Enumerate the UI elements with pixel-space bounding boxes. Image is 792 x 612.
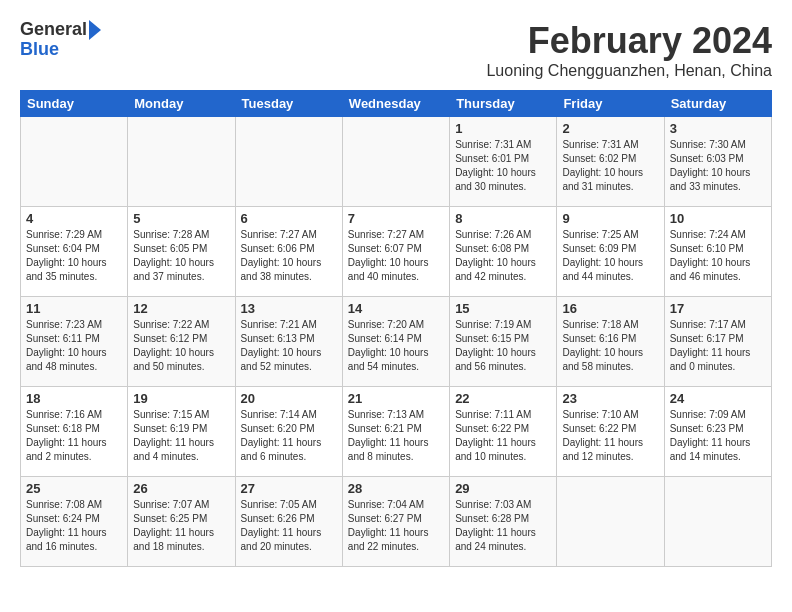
day-info: Sunrise: 7:20 AM Sunset: 6:14 PM Dayligh… [348, 318, 444, 374]
day-info: Sunrise: 7:31 AM Sunset: 6:01 PM Dayligh… [455, 138, 551, 194]
calendar-cell: 13Sunrise: 7:21 AM Sunset: 6:13 PM Dayli… [235, 297, 342, 387]
day-info: Sunrise: 7:05 AM Sunset: 6:26 PM Dayligh… [241, 498, 337, 554]
calendar-cell: 9Sunrise: 7:25 AM Sunset: 6:09 PM Daylig… [557, 207, 664, 297]
calendar-week-3: 11Sunrise: 7:23 AM Sunset: 6:11 PM Dayli… [21, 297, 772, 387]
calendar-cell: 8Sunrise: 7:26 AM Sunset: 6:08 PM Daylig… [450, 207, 557, 297]
day-info: Sunrise: 7:13 AM Sunset: 6:21 PM Dayligh… [348, 408, 444, 464]
calendar-table: SundayMondayTuesdayWednesdayThursdayFrid… [20, 90, 772, 567]
calendar-cell: 28Sunrise: 7:04 AM Sunset: 6:27 PM Dayli… [342, 477, 449, 567]
calendar-week-1: 1Sunrise: 7:31 AM Sunset: 6:01 PM Daylig… [21, 117, 772, 207]
weekday-tuesday: Tuesday [235, 91, 342, 117]
day-number: 24 [670, 391, 766, 406]
weekday-friday: Friday [557, 91, 664, 117]
calendar-cell: 24Sunrise: 7:09 AM Sunset: 6:23 PM Dayli… [664, 387, 771, 477]
day-info: Sunrise: 7:24 AM Sunset: 6:10 PM Dayligh… [670, 228, 766, 284]
calendar-cell: 11Sunrise: 7:23 AM Sunset: 6:11 PM Dayli… [21, 297, 128, 387]
day-number: 1 [455, 121, 551, 136]
day-number: 21 [348, 391, 444, 406]
logo-text-blue: Blue [20, 40, 59, 60]
day-info: Sunrise: 7:03 AM Sunset: 6:28 PM Dayligh… [455, 498, 551, 554]
calendar-cell: 3Sunrise: 7:30 AM Sunset: 6:03 PM Daylig… [664, 117, 771, 207]
day-number: 23 [562, 391, 658, 406]
weekday-monday: Monday [128, 91, 235, 117]
day-number: 3 [670, 121, 766, 136]
day-info: Sunrise: 7:27 AM Sunset: 6:07 PM Dayligh… [348, 228, 444, 284]
day-info: Sunrise: 7:11 AM Sunset: 6:22 PM Dayligh… [455, 408, 551, 464]
day-number: 11 [26, 301, 122, 316]
day-number: 17 [670, 301, 766, 316]
calendar-cell [235, 117, 342, 207]
day-number: 28 [348, 481, 444, 496]
day-info: Sunrise: 7:04 AM Sunset: 6:27 PM Dayligh… [348, 498, 444, 554]
day-info: Sunrise: 7:07 AM Sunset: 6:25 PM Dayligh… [133, 498, 229, 554]
day-info: Sunrise: 7:23 AM Sunset: 6:11 PM Dayligh… [26, 318, 122, 374]
day-number: 22 [455, 391, 551, 406]
day-info: Sunrise: 7:22 AM Sunset: 6:12 PM Dayligh… [133, 318, 229, 374]
day-number: 15 [455, 301, 551, 316]
day-number: 2 [562, 121, 658, 136]
calendar-cell: 4Sunrise: 7:29 AM Sunset: 6:04 PM Daylig… [21, 207, 128, 297]
day-number: 12 [133, 301, 229, 316]
day-info: Sunrise: 7:21 AM Sunset: 6:13 PM Dayligh… [241, 318, 337, 374]
day-number: 19 [133, 391, 229, 406]
calendar-week-4: 18Sunrise: 7:16 AM Sunset: 6:18 PM Dayli… [21, 387, 772, 477]
calendar-cell: 22Sunrise: 7:11 AM Sunset: 6:22 PM Dayli… [450, 387, 557, 477]
calendar-cell: 27Sunrise: 7:05 AM Sunset: 6:26 PM Dayli… [235, 477, 342, 567]
calendar-cell: 21Sunrise: 7:13 AM Sunset: 6:21 PM Dayli… [342, 387, 449, 477]
calendar-cell: 1Sunrise: 7:31 AM Sunset: 6:01 PM Daylig… [450, 117, 557, 207]
day-number: 7 [348, 211, 444, 226]
day-number: 14 [348, 301, 444, 316]
day-info: Sunrise: 7:29 AM Sunset: 6:04 PM Dayligh… [26, 228, 122, 284]
calendar-cell: 20Sunrise: 7:14 AM Sunset: 6:20 PM Dayli… [235, 387, 342, 477]
day-info: Sunrise: 7:09 AM Sunset: 6:23 PM Dayligh… [670, 408, 766, 464]
calendar-cell [557, 477, 664, 567]
weekday-saturday: Saturday [664, 91, 771, 117]
title-block: February 2024 Luoning Chengguanzhen, Hen… [486, 20, 772, 80]
day-info: Sunrise: 7:28 AM Sunset: 6:05 PM Dayligh… [133, 228, 229, 284]
calendar-cell: 14Sunrise: 7:20 AM Sunset: 6:14 PM Dayli… [342, 297, 449, 387]
day-number: 25 [26, 481, 122, 496]
logo: General Blue [20, 20, 101, 60]
weekday-header-row: SundayMondayTuesdayWednesdayThursdayFrid… [21, 91, 772, 117]
day-info: Sunrise: 7:17 AM Sunset: 6:17 PM Dayligh… [670, 318, 766, 374]
day-number: 18 [26, 391, 122, 406]
day-info: Sunrise: 7:18 AM Sunset: 6:16 PM Dayligh… [562, 318, 658, 374]
calendar-cell: 7Sunrise: 7:27 AM Sunset: 6:07 PM Daylig… [342, 207, 449, 297]
calendar-cell: 5Sunrise: 7:28 AM Sunset: 6:05 PM Daylig… [128, 207, 235, 297]
day-number: 16 [562, 301, 658, 316]
calendar-cell: 10Sunrise: 7:24 AM Sunset: 6:10 PM Dayli… [664, 207, 771, 297]
page-header: General Blue February 2024 Luoning Cheng… [20, 20, 772, 80]
calendar-cell: 19Sunrise: 7:15 AM Sunset: 6:19 PM Dayli… [128, 387, 235, 477]
calendar-cell [664, 477, 771, 567]
month-title: February 2024 [486, 20, 772, 62]
calendar-cell: 29Sunrise: 7:03 AM Sunset: 6:28 PM Dayli… [450, 477, 557, 567]
day-number: 29 [455, 481, 551, 496]
day-number: 10 [670, 211, 766, 226]
calendar-cell [21, 117, 128, 207]
calendar-cell: 12Sunrise: 7:22 AM Sunset: 6:12 PM Dayli… [128, 297, 235, 387]
calendar-cell: 16Sunrise: 7:18 AM Sunset: 6:16 PM Dayli… [557, 297, 664, 387]
calendar-cell [342, 117, 449, 207]
weekday-wednesday: Wednesday [342, 91, 449, 117]
day-number: 20 [241, 391, 337, 406]
day-number: 27 [241, 481, 337, 496]
calendar-cell: 2Sunrise: 7:31 AM Sunset: 6:02 PM Daylig… [557, 117, 664, 207]
day-info: Sunrise: 7:10 AM Sunset: 6:22 PM Dayligh… [562, 408, 658, 464]
day-info: Sunrise: 7:31 AM Sunset: 6:02 PM Dayligh… [562, 138, 658, 194]
day-number: 4 [26, 211, 122, 226]
day-number: 13 [241, 301, 337, 316]
calendar-cell: 18Sunrise: 7:16 AM Sunset: 6:18 PM Dayli… [21, 387, 128, 477]
day-info: Sunrise: 7:08 AM Sunset: 6:24 PM Dayligh… [26, 498, 122, 554]
weekday-sunday: Sunday [21, 91, 128, 117]
day-number: 8 [455, 211, 551, 226]
day-info: Sunrise: 7:26 AM Sunset: 6:08 PM Dayligh… [455, 228, 551, 284]
day-number: 9 [562, 211, 658, 226]
location-title: Luoning Chengguanzhen, Henan, China [486, 62, 772, 80]
day-info: Sunrise: 7:15 AM Sunset: 6:19 PM Dayligh… [133, 408, 229, 464]
calendar-cell: 17Sunrise: 7:17 AM Sunset: 6:17 PM Dayli… [664, 297, 771, 387]
day-number: 26 [133, 481, 229, 496]
day-info: Sunrise: 7:30 AM Sunset: 6:03 PM Dayligh… [670, 138, 766, 194]
calendar-cell [128, 117, 235, 207]
calendar-body: 1Sunrise: 7:31 AM Sunset: 6:01 PM Daylig… [21, 117, 772, 567]
calendar-cell: 25Sunrise: 7:08 AM Sunset: 6:24 PM Dayli… [21, 477, 128, 567]
